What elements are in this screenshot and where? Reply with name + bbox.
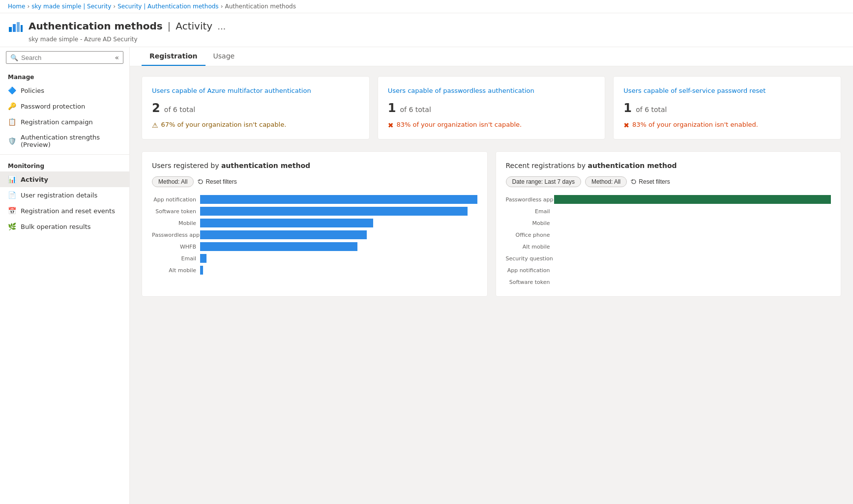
- mfa-card-title[interactable]: Users capable of Azure multifactor authe…: [152, 86, 359, 95]
- bar-fill: [554, 195, 831, 204]
- reset-filters-button-left[interactable]: Reset filters: [198, 178, 236, 185]
- page-icon: [8, 18, 24, 34]
- chart-right: Recent registrations by authentication m…: [496, 151, 842, 297]
- sidebar-divider: [0, 154, 129, 155]
- policies-icon: 🔷: [8, 86, 16, 94]
- bar-container: [554, 219, 831, 227]
- method-filter-button-right[interactable]: Method: All: [585, 176, 627, 187]
- bar-container: [554, 254, 831, 263]
- tab-usage[interactable]: Usage: [206, 47, 243, 66]
- mfa-stat-card: Users capable of Azure multifactor authe…: [142, 76, 370, 140]
- mfa-warning-text: 67% of your organization isn't capable.: [161, 121, 287, 128]
- bar-fill: [200, 230, 367, 239]
- main-content: Registration Usage Users capable of Azur…: [130, 47, 853, 504]
- page-header: Authentication methods | Activity ... sk…: [0, 13, 853, 47]
- passwordless-card-title[interactable]: Users capable of passwordless authentica…: [388, 86, 595, 95]
- chart-right-filters: Date range: Last 7 days Method: All Rese…: [506, 176, 831, 187]
- bar-row: Email: [152, 254, 477, 263]
- chart-left-filters: Method: All Reset filters: [152, 176, 477, 187]
- activity-icon: 📊: [8, 175, 16, 183]
- bar-label: WHFB: [152, 244, 196, 250]
- page-more-button[interactable]: ...: [217, 21, 226, 31]
- bar-row: Mobile: [506, 219, 831, 227]
- passwordless-stat-value: 1: [388, 101, 396, 115]
- bar-row: Passwordless app: [152, 230, 477, 239]
- sidebar-item-user-reg-details[interactable]: 📄 User registration details: [0, 187, 129, 203]
- reset-filters-button-right[interactable]: Reset filters: [631, 178, 670, 185]
- sspr-stat-card: Users capable of self-service password r…: [613, 76, 841, 140]
- bar-label: Passwordless app: [152, 232, 196, 238]
- method-filter-button-left[interactable]: Method: All: [152, 176, 194, 187]
- bar-row: App notification: [152, 195, 477, 204]
- bar-container: [200, 230, 477, 239]
- search-input[interactable]: [21, 54, 112, 61]
- sidebar-label-policies: Policies: [21, 87, 44, 94]
- svg-rect-1: [13, 24, 16, 32]
- bar-fill: [200, 266, 203, 275]
- reg-reset-icon: 📅: [8, 207, 16, 215]
- sidebar-item-activity[interactable]: 📊 Activity: [0, 171, 129, 187]
- bar-container: [554, 242, 831, 251]
- tab-bar: Registration Usage: [130, 47, 853, 66]
- bar-label: Security question: [506, 255, 550, 262]
- sidebar-item-password-protection[interactable]: 🔑 Password protection: [0, 98, 129, 114]
- reset-icon-left: [198, 179, 204, 185]
- chart-right-title: Recent registrations by authentication m…: [506, 162, 831, 169]
- bar-row: Software token: [506, 278, 831, 286]
- bar-fill: [200, 195, 477, 204]
- bar-chart-left: App notificationSoftware tokenMobilePass…: [152, 195, 477, 275]
- bar-container: [554, 266, 831, 275]
- search-box[interactable]: 🔍 «: [6, 51, 123, 64]
- breadcrumb-auth-methods[interactable]: Security | Authentication methods: [118, 3, 218, 10]
- svg-rect-0: [9, 27, 12, 32]
- manage-section-label: Manage: [0, 68, 129, 83]
- user-reg-icon: 📄: [8, 191, 16, 199]
- bar-label: Email: [506, 208, 550, 215]
- bar-label: Alt mobile: [152, 267, 196, 274]
- bar-container: [554, 207, 831, 216]
- breadcrumb-current: Authentication methods: [225, 3, 296, 10]
- bar-container: [200, 207, 477, 216]
- sidebar-item-reg-reset-events[interactable]: 📅 Registration and reset events: [0, 203, 129, 219]
- stat-cards-row: Users capable of Azure multifactor authe…: [142, 76, 841, 140]
- bar-label: Mobile: [506, 220, 550, 226]
- bar-container: [200, 266, 477, 275]
- tab-registration[interactable]: Registration: [142, 47, 206, 66]
- sidebar-item-registration-campaign[interactable]: 📋 Registration campaign: [0, 114, 129, 130]
- sidebar-label-user-reg-details: User registration details: [21, 192, 97, 199]
- sidebar-label-password-protection: Password protection: [21, 103, 85, 110]
- page-title: Authentication methods: [29, 20, 163, 32]
- bar-row: Alt mobile: [506, 242, 831, 251]
- bar-container: [554, 230, 831, 239]
- breadcrumb-home[interactable]: Home: [8, 3, 25, 10]
- sidebar-label-registration-campaign: Registration campaign: [21, 118, 93, 126]
- reset-icon-right: [631, 179, 637, 185]
- mfa-warning: ⚠ 67% of your organization isn't capable…: [152, 121, 359, 129]
- bar-container: [200, 254, 477, 263]
- registration-campaign-icon: 📋: [8, 118, 16, 126]
- bar-container: [554, 195, 831, 204]
- sidebar-item-policies[interactable]: 🔷 Policies: [0, 83, 129, 98]
- bar-container: [200, 242, 477, 251]
- sidebar-label-activity: Activity: [21, 176, 48, 183]
- sidebar-label-bulk-results: Bulk operation results: [21, 223, 91, 230]
- mfa-warning-icon: ⚠: [152, 121, 158, 129]
- bar-container: [200, 219, 477, 227]
- sidebar-item-bulk-results[interactable]: 🌿 Bulk operation results: [0, 219, 129, 234]
- mfa-stat-value: 2: [152, 101, 160, 115]
- chart-left-title: Users registered by authentication metho…: [152, 162, 477, 169]
- monitoring-section-label: Monitoring: [0, 157, 129, 171]
- collapse-icon[interactable]: «: [115, 54, 119, 61]
- date-range-filter-button[interactable]: Date range: Last 7 days: [506, 176, 581, 187]
- bar-label: App notification: [506, 267, 550, 274]
- sspr-card-title[interactable]: Users capable of self-service password r…: [623, 86, 831, 95]
- bulk-results-icon: 🌿: [8, 223, 16, 230]
- bar-label: Office phone: [506, 232, 550, 238]
- sidebar-item-auth-strengths[interactable]: 🛡️ Authentication strengths (Preview): [0, 130, 129, 152]
- bar-label: Software token: [152, 208, 196, 215]
- sidebar: 🔍 « Manage 🔷 Policies 🔑 Password protect…: [0, 47, 130, 504]
- bar-row: Office phone: [506, 230, 831, 239]
- bar-container: [200, 195, 477, 204]
- sspr-warning-text: 83% of your organization isn't enabled.: [632, 121, 758, 128]
- breadcrumb-security[interactable]: sky made simple | Security: [31, 3, 111, 10]
